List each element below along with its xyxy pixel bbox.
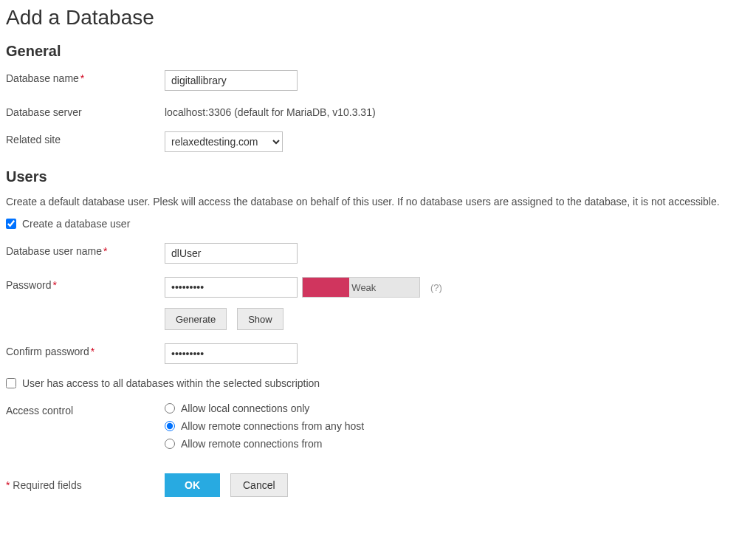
access-control-label: Access control bbox=[6, 402, 165, 416]
required-star: * bbox=[103, 245, 107, 257]
related-site-select[interactable]: relaxedtesting.com bbox=[165, 131, 283, 152]
database-name-row: Database name* bbox=[6, 70, 750, 91]
all-db-access-label[interactable]: User has access to all databases within … bbox=[22, 377, 320, 389]
access-any-radio[interactable] bbox=[165, 421, 175, 431]
access-any-label[interactable]: Allow remote connections from any host bbox=[181, 420, 364, 432]
access-local-label[interactable]: Allow local connections only bbox=[181, 402, 309, 414]
confirm-password-label: Confirm password* bbox=[6, 343, 165, 357]
database-server-row: Database server localhost:3306 (default … bbox=[6, 104, 750, 118]
confirm-password-row: Confirm password* bbox=[6, 343, 750, 364]
database-name-input[interactable] bbox=[165, 70, 298, 91]
access-local-row: Allow local connections only bbox=[165, 402, 750, 414]
confirm-password-input[interactable] bbox=[165, 343, 298, 364]
database-name-label: Database name* bbox=[6, 70, 165, 84]
all-db-access-row: User has access to all databases within … bbox=[6, 377, 750, 389]
database-server-value: localhost:3306 (default for MariaDB, v10… bbox=[165, 104, 750, 118]
db-user-name-label: Database user name* bbox=[6, 243, 165, 257]
generate-button[interactable]: Generate bbox=[165, 308, 227, 330]
access-control-radio-group: Allow local connections only Allow remot… bbox=[165, 402, 750, 450]
access-control-row: Access control Allow local connections o… bbox=[6, 402, 750, 450]
all-db-access-checkbox[interactable] bbox=[6, 378, 16, 388]
password-row: Password* Weak (?) Generate Show bbox=[6, 277, 750, 330]
general-heading: General bbox=[6, 43, 750, 60]
required-star: * bbox=[91, 346, 94, 357]
cancel-button[interactable]: Cancel bbox=[230, 473, 288, 497]
show-button[interactable]: Show bbox=[237, 308, 284, 330]
password-strength-fill bbox=[303, 278, 349, 297]
users-description: Create a default database user. Plesk wi… bbox=[6, 196, 750, 207]
required-star: * bbox=[80, 72, 84, 84]
password-label: Password* bbox=[6, 277, 165, 291]
required-fields-note: * Required fields bbox=[6, 479, 165, 491]
database-server-label: Database server bbox=[6, 104, 165, 118]
required-star: * bbox=[52, 279, 56, 291]
access-from-row: Allow remote connections from bbox=[165, 438, 750, 450]
db-user-name-row: Database user name* bbox=[6, 243, 750, 264]
create-user-checkbox[interactable] bbox=[6, 219, 16, 229]
ok-button[interactable]: OK bbox=[165, 473, 220, 497]
access-from-radio[interactable] bbox=[165, 439, 175, 449]
general-section: General Database name* Database server l… bbox=[6, 43, 750, 152]
create-user-label[interactable]: Create a database user bbox=[22, 218, 130, 230]
password-strength-bar: Weak bbox=[302, 277, 420, 298]
users-section: Users Create a default database user. Pl… bbox=[6, 168, 750, 450]
footer-row: * Required fields OK Cancel bbox=[6, 473, 750, 497]
password-input[interactable] bbox=[165, 277, 298, 298]
db-user-name-input[interactable] bbox=[165, 243, 298, 264]
related-site-row: Related site relaxedtesting.com bbox=[6, 131, 750, 152]
password-strength-text: Weak bbox=[351, 282, 376, 293]
users-heading: Users bbox=[6, 168, 750, 185]
page-title: Add a Database bbox=[6, 6, 750, 30]
access-from-label[interactable]: Allow remote connections from bbox=[181, 438, 322, 450]
access-any-row: Allow remote connections from any host bbox=[165, 420, 750, 432]
create-user-row: Create a database user bbox=[6, 218, 750, 230]
access-local-radio[interactable] bbox=[165, 403, 175, 414]
related-site-label: Related site bbox=[6, 131, 165, 145]
password-help-icon[interactable]: (?) bbox=[430, 282, 442, 293]
